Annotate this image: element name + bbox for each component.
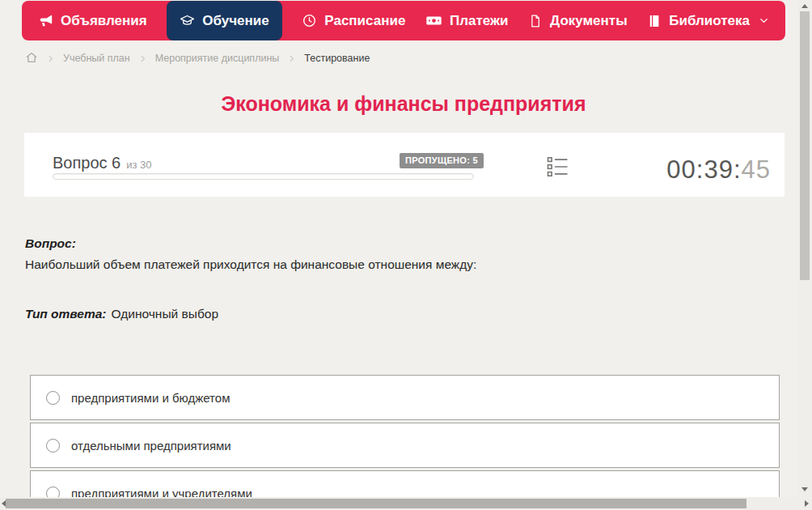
radio-button[interactable] xyxy=(46,391,60,405)
breadcrumb-item-curriculum[interactable]: Учебный план xyxy=(63,53,130,64)
nav-item-label: Документы xyxy=(550,13,628,29)
scroll-right-arrow-icon[interactable] xyxy=(805,500,809,507)
answer-options: предприятиями и бюджетом отдельными пред… xyxy=(30,375,780,510)
answer-type-label: Тип ответа: xyxy=(25,307,107,321)
scroll-down-arrow-icon[interactable] xyxy=(801,487,808,491)
answer-option-2[interactable]: отдельными предприятиями xyxy=(30,423,780,468)
book-icon xyxy=(647,14,662,28)
horizontal-scrollbar-thumb[interactable] xyxy=(6,499,746,508)
megaphone-icon xyxy=(38,13,53,28)
chevron-down-icon xyxy=(759,15,769,26)
horizontal-scrollbar[interactable] xyxy=(0,497,812,510)
question-number-text: Вопрос 6 xyxy=(53,154,121,172)
timer-seconds: 45 xyxy=(742,155,771,184)
nav-item-label: Библиотека xyxy=(669,13,750,29)
timer: 00:39:45 xyxy=(666,155,771,185)
home-icon[interactable] xyxy=(25,51,38,66)
question-text: Наибольший объем платежей приходится на … xyxy=(25,257,476,272)
nav-item-announcements[interactable]: Объявления xyxy=(38,1,147,40)
nav-item-schedule[interactable]: Расписание xyxy=(302,1,405,40)
nav-item-label: Расписание xyxy=(324,13,405,29)
radio-button[interactable] xyxy=(46,439,60,453)
vertical-scrollbar[interactable] xyxy=(798,0,812,497)
progress-bar xyxy=(53,173,474,180)
question-header-card: Вопрос 6из 30 ПРОПУЩЕНО: 5 00:39:45 xyxy=(24,133,785,197)
question-label: Вопрос: xyxy=(25,236,76,251)
nav-item-label: Платежи xyxy=(450,13,509,29)
nav-item-library[interactable]: Библиотека xyxy=(647,1,769,40)
chevron-right-icon xyxy=(138,54,147,63)
banknote-icon xyxy=(425,12,442,29)
nav-item-label: Обучение xyxy=(202,13,269,29)
nav-item-payments[interactable]: Платежи xyxy=(425,1,509,40)
scroll-up-arrow-icon[interactable] xyxy=(801,4,808,8)
top-navigation: Объявления Обучение Расписание Платежи Д… xyxy=(22,1,785,40)
nav-item-label: Объявления xyxy=(61,13,147,29)
breadcrumb-item-testing: Тестирование xyxy=(304,53,370,64)
chevron-right-icon xyxy=(46,54,55,63)
question-list-icon[interactable] xyxy=(547,156,568,181)
timer-main: 00:39: xyxy=(666,155,741,184)
answer-option-label: предприятиями и бюджетом xyxy=(71,391,230,405)
skipped-badge: ПРОПУЩЕНО: 5 xyxy=(400,153,484,168)
answer-option-1[interactable]: предприятиями и бюджетом xyxy=(30,375,780,420)
nav-item-documents[interactable]: Документы xyxy=(528,1,628,40)
answer-type-line: Тип ответа:Одиночный выбор xyxy=(25,307,218,321)
vertical-scrollbar-thumb[interactable] xyxy=(800,11,810,280)
clock-icon xyxy=(302,13,317,28)
graduation-cap-icon xyxy=(180,13,195,28)
nav-item-learning[interactable]: Обучение xyxy=(167,1,281,40)
question-number: Вопрос 6из 30 xyxy=(53,154,152,172)
answer-option-label: отдельными предприятиями xyxy=(71,439,231,453)
page-title: Экономика и финансы предприятия xyxy=(22,92,785,116)
app-window: Объявления Обучение Расписание Платежи Д… xyxy=(0,0,812,510)
chevron-right-icon xyxy=(287,54,296,63)
document-icon xyxy=(528,14,543,28)
answer-type-value: Одиночный выбор xyxy=(112,307,219,321)
breadcrumb-item-discipline-event[interactable]: Мероприятие дисциплины xyxy=(155,53,280,64)
breadcrumb: Учебный план Мероприятие дисциплины Тест… xyxy=(25,50,370,66)
question-total: из 30 xyxy=(126,159,151,171)
